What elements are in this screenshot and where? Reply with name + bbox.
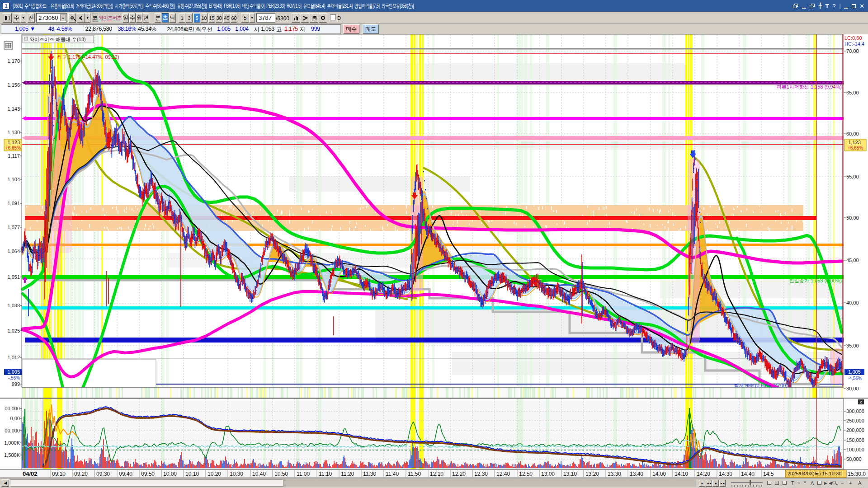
svg-text:200,000: 200,000	[846, 427, 864, 433]
svg-text:12:30: 12:30	[474, 471, 488, 477]
svg-text:09:20: 09:20	[74, 471, 88, 477]
svg-text:10:20: 10:20	[208, 471, 221, 477]
svg-text:1,117: 1,117	[8, 153, 20, 159]
svg-text:40,00: 40,00	[846, 300, 859, 305]
svg-text:2025/04/03(목) 15:10:30: 2025/04/03(목) 15:10:30	[788, 471, 841, 476]
svg-text:1,104: 1,104	[7, 177, 20, 182]
svg-text:10:30: 10:30	[230, 471, 243, 477]
svg-text:1,077: 1,077	[7, 225, 20, 230]
svg-text:HC:-14,4: HC:-14,4	[844, 41, 864, 47]
svg-text:09:10: 09:10	[52, 471, 66, 477]
svg-text:-4,56%: -4,56%	[848, 376, 862, 381]
svg-text:13:40: 13:40	[630, 471, 643, 477]
svg-text:1,123: 1,123	[848, 140, 861, 145]
svg-text:150,000: 150,000	[846, 437, 864, 443]
svg-text:12:20: 12:20	[452, 471, 466, 477]
svg-text:60,00: 60,00	[846, 131, 859, 136]
svg-text:1,025: 1,025	[7, 328, 20, 333]
svg-text:00,000: 00,000	[5, 428, 20, 433]
svg-text:1,156: 1,156	[7, 82, 20, 88]
svg-text:10:40: 10:40	[252, 471, 266, 477]
svg-text:1,005: 1,005	[848, 369, 861, 375]
svg-text:04/02: 04/02	[23, 470, 38, 477]
svg-text:45,00: 45,00	[846, 258, 859, 263]
svg-text:11:40: 11:40	[386, 471, 399, 477]
svg-text:11:10: 11:10	[319, 471, 332, 477]
svg-text:11:50: 11:50	[408, 471, 421, 477]
svg-text:1,143: 1,143	[7, 106, 20, 112]
svg-text:1,500K: 1,500K	[4, 452, 20, 458]
svg-text:09:30: 09:30	[96, 471, 110, 477]
svg-text:00,000: 00,000	[5, 406, 20, 411]
svg-text:14:40: 14:40	[741, 471, 755, 477]
svg-text:999: 999	[12, 381, 20, 387]
svg-text:LC:0,60: LC:0,60	[844, 35, 862, 41]
svg-text:14:5: 14:5	[763, 471, 774, 477]
svg-text:1,130: 1,130	[7, 130, 20, 135]
svg-text:09:50: 09:50	[141, 471, 155, 477]
svg-text:1,123: 1,123	[7, 140, 20, 145]
svg-text:최저 999 (0,60%, 15:00): 최저 999 (0,60%, 15:00)	[734, 383, 788, 388]
svg-text:09:40: 09:40	[119, 471, 132, 477]
svg-text:1,005: 1,005	[7, 369, 20, 375]
svg-text:0,00: 0,00	[10, 416, 20, 421]
svg-text:10:00: 10:00	[163, 471, 177, 477]
svg-text:최고 1,175 (-14.47%, 09:12): 최고 1,175 (-14.47%, 09:12)	[57, 54, 119, 60]
svg-text:300,000: 300,000	[846, 408, 864, 414]
svg-text:1,012: 1,012	[7, 355, 20, 360]
svg-text:12:50: 12:50	[519, 471, 533, 477]
svg-text:11:20: 11:20	[341, 471, 354, 477]
svg-text:피봇1차저항선 1,158 (9,94%): 피봇1차저항선 1,158 (9,94%)	[777, 84, 842, 89]
svg-text:13:10: 13:10	[563, 471, 577, 477]
svg-text:1,051: 1,051	[7, 274, 20, 280]
svg-text:250,000: 250,000	[846, 418, 864, 423]
svg-text:13:00: 13:00	[541, 471, 555, 477]
svg-text:13:20: 13:20	[585, 471, 599, 477]
svg-text:1,000K: 1,000K	[4, 440, 20, 446]
svg-text:+6,65%: +6,65%	[5, 145, 21, 150]
svg-text:10:10: 10:10	[185, 471, 199, 477]
svg-text:11:30: 11:30	[363, 471, 376, 477]
svg-text:-,56%: -,56%	[8, 375, 20, 380]
svg-text:14:00: 14:00	[652, 471, 666, 477]
svg-text:50,000: 50,000	[846, 456, 862, 462]
svg-text:14:30: 14:30	[719, 471, 732, 477]
svg-text:1,038: 1,038	[7, 303, 20, 308]
svg-text:65,00: 65,00	[846, 90, 859, 95]
svg-text:100,000: 100,000	[846, 447, 864, 452]
svg-text:12:40: 12:40	[496, 471, 510, 477]
svg-text:13:30: 13:30	[608, 471, 621, 477]
svg-text:1,170: 1,170	[7, 58, 20, 64]
svg-text:10:50: 10:50	[274, 471, 288, 477]
svg-text:14:10: 14:10	[675, 471, 688, 477]
svg-text:14:20: 14:20	[697, 471, 710, 477]
svg-text:50,00: 50,00	[846, 215, 859, 221]
svg-text:+6,65%: +6,65%	[848, 145, 863, 150]
svg-text:x: x	[860, 400, 862, 404]
svg-text:55,00: 55,00	[846, 174, 859, 179]
svg-text:12:10: 12:10	[430, 471, 443, 477]
svg-text:전일종가 1,053 (0,00%): 전일종가 1,053 (0,00%)	[789, 278, 842, 283]
svg-text:30,00: 30,00	[846, 386, 859, 391]
svg-text:11:00: 11:00	[297, 471, 310, 477]
svg-text:1,064: 1,064	[7, 249, 20, 254]
svg-text:35,00: 35,00	[846, 343, 859, 348]
svg-text:1,091: 1,091	[7, 201, 20, 206]
svg-text:15:30:0: 15:30:0	[848, 471, 866, 477]
svg-text:70,00: 70,00	[846, 48, 859, 54]
svg-text:와이즈버즈 매물대 수(13): 와이즈버즈 매물대 수(13)	[29, 37, 86, 42]
